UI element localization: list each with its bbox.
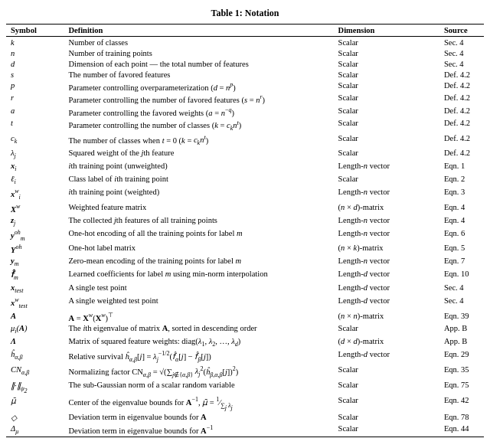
cell-definition: Deviation term in eigenvalue bounds for … bbox=[64, 423, 333, 437]
cell-dimension: Scalar bbox=[334, 323, 439, 336]
col-dimension: Dimension bbox=[334, 25, 439, 37]
cell-definition: One-hot encoding of all the training poi… bbox=[64, 227, 333, 243]
cell-dimension: Scalar bbox=[334, 174, 439, 187]
cell-symbol: t bbox=[6, 118, 64, 133]
cell-definition: Number of training points bbox=[64, 47, 333, 58]
cell-symbol: λj bbox=[6, 148, 64, 161]
cell-dimension: (n × n)-matrix bbox=[334, 310, 439, 323]
table-row: tParameter controlling the number of cla… bbox=[6, 118, 484, 133]
cell-symbol: r bbox=[6, 93, 64, 106]
table-row: rParameter controlling the number of fav… bbox=[6, 93, 484, 106]
cell-symbol: k bbox=[6, 37, 64, 48]
cell-definition: Deviation term in eigenvalue bounds for … bbox=[64, 412, 333, 423]
cell-symbol: n bbox=[6, 47, 64, 58]
cell-source: Def. 4.2 bbox=[439, 80, 484, 93]
cell-source: Eqn. 42 bbox=[439, 395, 484, 412]
cell-definition: A = Xw(Xw)⊤ bbox=[64, 310, 333, 323]
cell-symbol: μi(A) bbox=[6, 323, 64, 336]
table-row: ĥα,βRelative survival ĥα,β[j] = λj−1/2(f… bbox=[6, 349, 484, 365]
cell-symbol: f̂m bbox=[6, 268, 64, 282]
cell-definition: The ith eigenvalue of matrix A, sorted i… bbox=[64, 323, 333, 336]
cell-definition: Parameter controlling the favored weight… bbox=[64, 105, 333, 118]
table-row: f̂mLearned coefficients for label m usin… bbox=[6, 268, 484, 282]
table-title: Table 1: Notation bbox=[6, 8, 484, 19]
cell-definition: A single weighted test point bbox=[64, 296, 333, 311]
cell-source: Eqn. 10 bbox=[439, 268, 484, 282]
table-row: μ̄Center of the eigenvalue bounds for A−… bbox=[6, 395, 484, 412]
cell-source: Sec. 4 bbox=[439, 37, 484, 48]
cell-definition: One-hot label matrix bbox=[64, 243, 333, 256]
cell-definition: The sub-Gaussian norm of a scalar random… bbox=[64, 379, 333, 395]
cell-source: Eqn. 7 bbox=[439, 255, 484, 268]
col-symbol: Symbol bbox=[6, 25, 64, 37]
cell-dimension: Scalar bbox=[334, 47, 439, 58]
cell-definition: The number of classes when t = 0 (k = ck… bbox=[64, 132, 333, 148]
table-row: CNα,βNormalizing factor CNα,β = √(∑j∉{α,… bbox=[6, 364, 484, 379]
cell-symbol: Λ bbox=[6, 336, 64, 349]
cell-definition: Parameter controlling the number of clas… bbox=[64, 118, 333, 133]
cell-symbol: Yoh bbox=[6, 243, 64, 256]
table-row: XwWeighted feature matrix(n × d)-matrixE… bbox=[6, 202, 484, 215]
cell-symbol: a bbox=[6, 105, 64, 118]
table-row: xtestA single test pointLength-d vectorS… bbox=[6, 282, 484, 295]
cell-definition: Class label of ith training point bbox=[64, 174, 333, 187]
cell-symbol: CNα,β bbox=[6, 364, 64, 379]
cell-dimension: Length-d vector bbox=[334, 268, 439, 282]
cell-source: Eqn. 3 bbox=[439, 187, 484, 202]
table-row: μi(A)The ith eigenvalue of matrix A, sor… bbox=[6, 323, 484, 336]
cell-symbol: zj bbox=[6, 214, 64, 227]
cell-dimension: Scalar bbox=[334, 58, 439, 69]
notation-table: Symbol Definition Dimension Source kNumb… bbox=[6, 24, 484, 437]
cell-dimension: Scalar bbox=[334, 132, 439, 148]
cell-source: App. B bbox=[439, 336, 484, 349]
cell-definition: Squared weight of the jth feature bbox=[64, 148, 333, 161]
cell-symbol: ck bbox=[6, 132, 64, 148]
table-row: ◇Deviation term in eigenvalue bounds for… bbox=[6, 412, 484, 423]
cell-dimension: Length-d vector bbox=[334, 282, 439, 295]
cell-dimension: (n × d)-matrix bbox=[334, 202, 439, 215]
cell-dimension: Length-n vector bbox=[334, 161, 439, 174]
cell-source: Eqn. 4 bbox=[439, 214, 484, 227]
table-row: xwiith training point (weighted)Length-n… bbox=[6, 187, 484, 202]
cell-source: Def. 4.2 bbox=[439, 118, 484, 133]
cell-symbol: ym bbox=[6, 255, 64, 268]
cell-dimension: Length-d vector bbox=[334, 296, 439, 311]
cell-symbol: yohm bbox=[6, 227, 64, 243]
table-row: xwtestA single weighted test pointLength… bbox=[6, 296, 484, 311]
cell-symbol: xtest bbox=[6, 282, 64, 295]
cell-source: Eqn. 5 bbox=[439, 243, 484, 256]
cell-symbol: xwtest bbox=[6, 296, 64, 311]
cell-symbol: s bbox=[6, 69, 64, 80]
cell-source: Eqn. 29 bbox=[439, 349, 484, 365]
cell-definition: ith training point (weighted) bbox=[64, 187, 333, 202]
cell-definition: Learned coefficients for label m using m… bbox=[64, 268, 333, 282]
cell-source: Eqn. 44 bbox=[439, 423, 484, 437]
table-row: aParameter controlling the favored weigh… bbox=[6, 105, 484, 118]
cell-source: Eqn. 4 bbox=[439, 202, 484, 215]
cell-definition: The number of favored features bbox=[64, 69, 333, 80]
cell-dimension: Scalar bbox=[334, 148, 439, 161]
table-row: ckThe number of classes when t = 0 (k = … bbox=[6, 132, 484, 148]
cell-symbol: xwi bbox=[6, 187, 64, 202]
cell-definition: Parameter controlling the number of favo… bbox=[64, 93, 333, 106]
cell-definition: Normalizing factor CNα,β = √(∑j∉{α,β} λj… bbox=[64, 364, 333, 379]
cell-source: Def. 4.2 bbox=[439, 132, 484, 148]
table-row: ℓiClass label of ith training pointScala… bbox=[6, 174, 484, 187]
cell-symbol: xi bbox=[6, 161, 64, 174]
cell-symbol: A bbox=[6, 310, 64, 323]
cell-source: Eqn. 35 bbox=[439, 364, 484, 379]
cell-dimension: Length-n vector bbox=[334, 214, 439, 227]
cell-definition: ith training point (unweighted) bbox=[64, 161, 333, 174]
table-row: AA = Xw(Xw)⊤(n × n)-matrixEqn. 39 bbox=[6, 310, 484, 323]
table-row: YohOne-hot label matrix(n × k)-matrixEqn… bbox=[6, 243, 484, 256]
cell-dimension: Scalar bbox=[334, 69, 439, 80]
cell-source: Def. 4.2 bbox=[439, 93, 484, 106]
cell-dimension: Length-n vector bbox=[334, 227, 439, 243]
table-header-row: Symbol Definition Dimension Source bbox=[6, 25, 484, 37]
table-row: zjThe collected jth features of all trai… bbox=[6, 214, 484, 227]
cell-dimension: Length-n vector bbox=[334, 255, 439, 268]
cell-dimension: Scalar bbox=[334, 379, 439, 395]
table-row: ymZero-mean encoding of the training poi… bbox=[6, 255, 484, 268]
table-row: sThe number of favored featuresScalarDef… bbox=[6, 69, 484, 80]
cell-dimension: Scalar bbox=[334, 37, 439, 48]
